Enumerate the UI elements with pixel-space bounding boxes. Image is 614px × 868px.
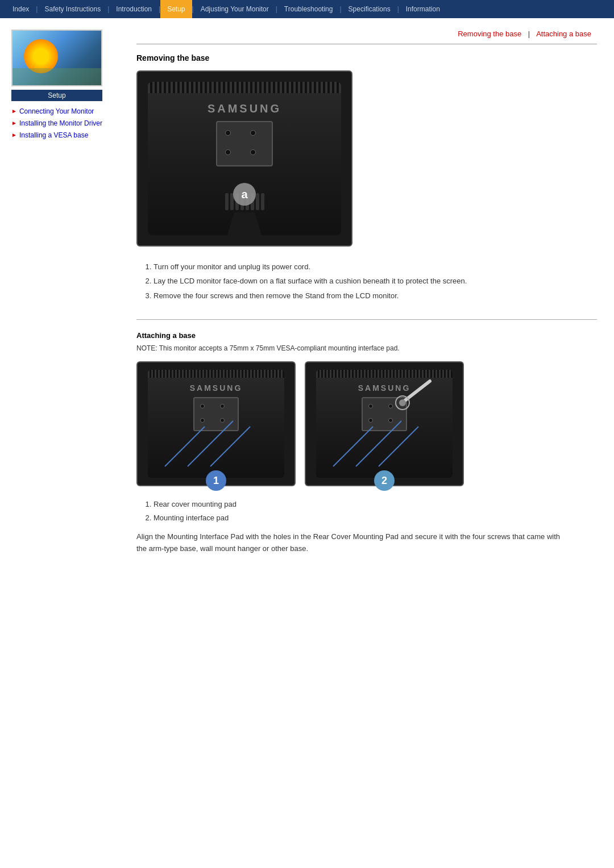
- sh4: [220, 418, 225, 423]
- top-divider: [136, 44, 597, 44]
- attaching-base-heading: Attaching a base: [136, 331, 597, 340]
- label-a-badge: a: [233, 183, 256, 206]
- arrow-icon: ►: [11, 132, 17, 138]
- sidebar-monitor-image: [11, 30, 102, 86]
- sh1: [200, 404, 205, 408]
- monitor-back-view: SAMSUNG: [148, 82, 341, 235]
- nav-introduction[interactable]: Introduction: [109, 0, 159, 18]
- main-content: Removing the base | Attaching a base Rem…: [125, 30, 614, 578]
- mount-small-2: [362, 397, 407, 431]
- monitor-display-area: SAMSUNG a: [136, 70, 597, 247]
- sidebar-link-connecting[interactable]: Connecting Your Monitor: [19, 107, 94, 116]
- link-removing-base[interactable]: Removing the base: [458, 30, 521, 38]
- sh5: [368, 404, 373, 408]
- sh6: [388, 404, 393, 408]
- vents-top-small-1: [148, 370, 284, 378]
- sh2: [220, 404, 225, 408]
- part-item-2: Mounting interface pad: [154, 511, 597, 524]
- monitor-vents-top: [148, 82, 341, 93]
- sh3: [200, 418, 205, 423]
- link-separator: |: [528, 30, 530, 38]
- sidebar-item-connecting[interactable]: ► Connecting Your Monitor: [11, 107, 114, 116]
- badge-2: 2: [374, 470, 395, 491]
- sidebar-nav: ► Connecting Your Monitor ► Installing t…: [11, 107, 114, 140]
- sidebar-link-vesa[interactable]: Installing a VESA base: [19, 131, 88, 140]
- monitor-back-small-2: SAMSUNG: [316, 370, 453, 478]
- nav-specifications[interactable]: Specifications: [342, 0, 397, 18]
- sidebar: Setup ► Connecting Your Monitor ► Instal…: [0, 30, 125, 578]
- brand-small-1: SAMSUNG: [190, 383, 243, 393]
- svg-line-2: [210, 427, 250, 466]
- monitor-mount-area: [216, 121, 273, 166]
- attaching-note: NOTE: This monitor accepts a 75mm x 75mm…: [136, 344, 597, 352]
- mount-small-1: [193, 397, 239, 431]
- screw-hole-1: [225, 130, 231, 136]
- badge-1: 1: [206, 470, 226, 491]
- screw-hole-4: [250, 149, 256, 155]
- top-links-bar: Removing the base | Attaching a base: [136, 30, 597, 38]
- monitor-image-2-container: SAMSUNG: [305, 361, 464, 486]
- monitor-stand: [227, 212, 262, 235]
- svg-line-0: [165, 427, 205, 466]
- vents-top-small-2: [316, 370, 453, 378]
- sidebar-item-installing-driver[interactable]: ► Installing the Monitor Driver: [11, 119, 114, 128]
- nav-setup[interactable]: Setup: [160, 0, 192, 18]
- final-paragraph: Align the Mounting Interface Pad with th…: [136, 531, 569, 555]
- sidebar-setup-label: Setup: [11, 90, 102, 101]
- monitor-image-1-container: SAMSUNG: [136, 361, 296, 486]
- sidebar-link-installing[interactable]: Installing the Monitor Driver: [19, 119, 102, 128]
- nav-troubleshooting[interactable]: Troubleshooting: [277, 0, 340, 18]
- monitor-back-small-1: SAMSUNG: [148, 370, 284, 478]
- arrow-icon: ►: [11, 120, 17, 126]
- navbar: Index | Safety Instructions | Introducti…: [0, 0, 614, 18]
- monitor-back-image: SAMSUNG a: [136, 70, 352, 247]
- svg-line-3: [333, 427, 373, 466]
- sidebar-item-vesa[interactable]: ► Installing a VESA base: [11, 131, 114, 140]
- nav-adjusting[interactable]: Adjusting Your Monitor: [194, 0, 276, 18]
- removing-base-heading: Removing the base: [136, 53, 597, 62]
- monitor-image-2: SAMSUNG: [305, 361, 464, 486]
- svg-line-5: [379, 427, 418, 466]
- removing-instructions-list: Turn off your monitor and unplug its pow…: [154, 260, 597, 302]
- monitor-image-1: SAMSUNG: [136, 361, 296, 486]
- instruction-item-2: Lay the LCD monitor face-down on a flat …: [154, 274, 597, 287]
- dual-monitor-images: SAMSUNG: [136, 361, 597, 486]
- part-item-1: Rear cover mounting pad: [154, 498, 597, 511]
- instruction-item-3: Remove the four screws and then remove t…: [154, 289, 597, 302]
- section-divider: [136, 319, 597, 320]
- nav-safety[interactable]: Safety Instructions: [38, 0, 107, 18]
- parts-list: Rear cover mounting pad Mounting interfa…: [154, 498, 597, 524]
- screw-hole-2: [250, 130, 256, 136]
- monitor-brand-label: SAMSUNG: [208, 102, 281, 115]
- screw-hole-3: [225, 149, 231, 155]
- instruction-item-1: Turn off your monitor and unplug its pow…: [154, 260, 597, 273]
- sh8: [388, 418, 393, 423]
- nav-information[interactable]: Information: [399, 0, 447, 18]
- sh7: [368, 418, 373, 423]
- link-attaching-base[interactable]: Attaching a base: [536, 30, 591, 38]
- nav-index[interactable]: Index: [6, 0, 36, 18]
- main-layout: Setup ► Connecting Your Monitor ► Instal…: [0, 18, 614, 578]
- arrow-icon: ►: [11, 108, 17, 114]
- brand-small-2: SAMSUNG: [358, 383, 411, 393]
